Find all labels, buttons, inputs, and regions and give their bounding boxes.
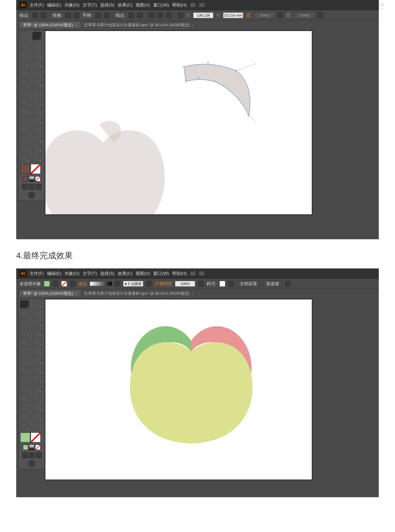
dropdown-icon[interactable]: [146, 281, 152, 287]
y-field[interactable]: 23.214 mm: [223, 12, 243, 18]
width-tool[interactable]: [20, 97, 29, 105]
artboard-tool[interactable]: [20, 144, 29, 152]
align-icon[interactable]: [157, 12, 163, 18]
free-transform-tool[interactable]: [33, 366, 41, 374]
style-swatch[interactable]: [219, 281, 225, 287]
hand-tool[interactable]: [20, 422, 29, 430]
dropdown-icon[interactable]: [115, 281, 120, 287]
stroke-swatch[interactable]: [31, 432, 40, 442]
eraser-tool[interactable]: [33, 79, 41, 87]
menu-effect[interactable]: 效果(C): [118, 2, 132, 8]
gradient-tool[interactable]: [33, 385, 41, 393]
close-icon[interactable]: ×: [75, 23, 77, 27]
shape-builder-tool[interactable]: [20, 375, 29, 383]
tab-document-2[interactable]: 红苹果与果汁包装设计矢量素材.eps* @ 80.41% (RGB/预览) ×: [81, 290, 197, 297]
stroke-swatch[interactable]: [31, 164, 40, 174]
eraser-tool[interactable]: [33, 347, 41, 355]
graph-tool[interactable]: [33, 403, 41, 411]
convert-smooth-icon[interactable]: [74, 12, 80, 18]
app-logo[interactable]: Ai: [19, 270, 26, 277]
workspace-switcher-icon[interactable]: [199, 3, 205, 7]
dropdown-icon[interactable]: [198, 281, 204, 287]
blend-tool[interactable]: [33, 126, 41, 133]
tab-document-2[interactable]: 红苹果与果汁包装设计矢量素材.eps* @ 80.41% (RGB/预览) ×: [81, 22, 197, 28]
dropdown-icon[interactable]: [228, 281, 234, 287]
link-wh-icon[interactable]: [277, 12, 283, 18]
scale-tool[interactable]: [33, 88, 41, 96]
fill-swatch[interactable]: [20, 432, 30, 442]
graph-tool[interactable]: [33, 135, 41, 143]
menu-edit[interactable]: 编辑(E): [47, 271, 61, 276]
gradient-mode-swatch[interactable]: [29, 176, 34, 181]
draw-normal-icon[interactable]: [22, 184, 28, 190]
color-mode-swatch[interactable]: [23, 445, 28, 450]
tab-document-1[interactable]: 苹果* @ 100% (CMYK/预览) ×: [19, 22, 81, 28]
dropdown-icon[interactable]: [53, 281, 58, 287]
fill-swatch[interactable]: [44, 281, 50, 287]
menu-file[interactable]: 文件(F): [29, 2, 44, 8]
none-mode-swatch[interactable]: [35, 176, 40, 181]
overflow-icon[interactable]: [285, 281, 291, 287]
close-icon[interactable]: ×: [191, 23, 193, 27]
pencil-tool[interactable]: [33, 338, 41, 346]
symbol-sprayer-tool[interactable]: [20, 135, 29, 143]
rectangle-tool[interactable]: [33, 328, 41, 336]
mesh-tool[interactable]: [20, 116, 29, 124]
cut-path-icon[interactable]: [128, 12, 134, 18]
selection-tool[interactable]: [20, 32, 29, 40]
paintbrush-tool[interactable]: [20, 69, 29, 77]
handle-hide-icon[interactable]: [104, 12, 110, 18]
close-icon[interactable]: ×: [191, 292, 193, 296]
rotate-tool[interactable]: [20, 356, 29, 365]
isolate-icon[interactable]: [318, 12, 323, 18]
menu-type[interactable]: 文字(T): [83, 271, 97, 276]
mesh-tool[interactable]: [20, 385, 29, 393]
zoom-tool[interactable]: [33, 154, 41, 162]
preferences-button[interactable]: 首选项: [263, 281, 282, 287]
ref-point-icon[interactable]: [178, 12, 183, 18]
color-mode-swatch[interactable]: [23, 176, 28, 181]
menu-effect[interactable]: 效果(C): [118, 271, 132, 276]
draw-normal-icon[interactable]: [22, 452, 28, 458]
menu-window[interactable]: 窗口(W): [153, 2, 169, 8]
document-setup-button[interactable]: 文档设置: [237, 281, 260, 287]
symbol-sprayer-tool[interactable]: [20, 403, 29, 411]
gradient-tool[interactable]: [33, 116, 41, 124]
menu-view[interactable]: 视图(V): [136, 2, 150, 8]
menu-type[interactable]: 文字(T): [83, 2, 97, 8]
menu-help[interactable]: 帮助(H): [172, 2, 187, 8]
handle-show-icon[interactable]: [95, 12, 101, 18]
paintbrush-tool[interactable]: [20, 338, 29, 346]
blend-tool[interactable]: [33, 394, 41, 402]
align-icon[interactable]: [149, 12, 154, 18]
convert-corner-icon[interactable]: [65, 12, 71, 18]
magic-wand-tool[interactable]: [20, 41, 29, 49]
artboard[interactable]: [45, 31, 312, 215]
perspective-tool[interactable]: [33, 375, 41, 383]
hand-tool[interactable]: [20, 154, 29, 162]
align-icon[interactable]: [166, 12, 172, 18]
connect-path-icon[interactable]: [137, 12, 143, 18]
menu-file[interactable]: 文件(F): [29, 271, 44, 276]
direct-selection-tool[interactable]: [33, 300, 41, 308]
lasso-tool[interactable]: [33, 41, 41, 49]
anchor-convert-icon[interactable]: [32, 12, 38, 18]
pencil-tool[interactable]: [33, 69, 41, 77]
menu-help[interactable]: 帮助(H): [172, 271, 187, 276]
selection-tool[interactable]: [20, 300, 29, 308]
h-field[interactable]: 0 mm: [295, 12, 315, 18]
opacity-field[interactable]: 100%: [175, 281, 195, 287]
line-tool[interactable]: [20, 328, 29, 336]
anchor-remove-icon[interactable]: [41, 12, 47, 18]
tab-document-1[interactable]: 苹果* @ 100% (CMYK/预览) ×: [19, 290, 81, 297]
slice-tool[interactable]: [33, 144, 41, 152]
rectangle-tool[interactable]: [33, 60, 41, 68]
pen-tool[interactable]: [20, 319, 29, 327]
direct-selection-tool[interactable]: [33, 32, 41, 40]
free-transform-tool[interactable]: [33, 97, 41, 105]
stroke-weight-dropdown[interactable]: [90, 282, 112, 286]
menu-window[interactable]: 窗口(W): [153, 271, 169, 276]
stroke-profile-field[interactable]: ● 5 点圆形: [123, 281, 143, 287]
pen-tool[interactable]: [20, 51, 29, 59]
rotate-tool[interactable]: [20, 88, 29, 96]
